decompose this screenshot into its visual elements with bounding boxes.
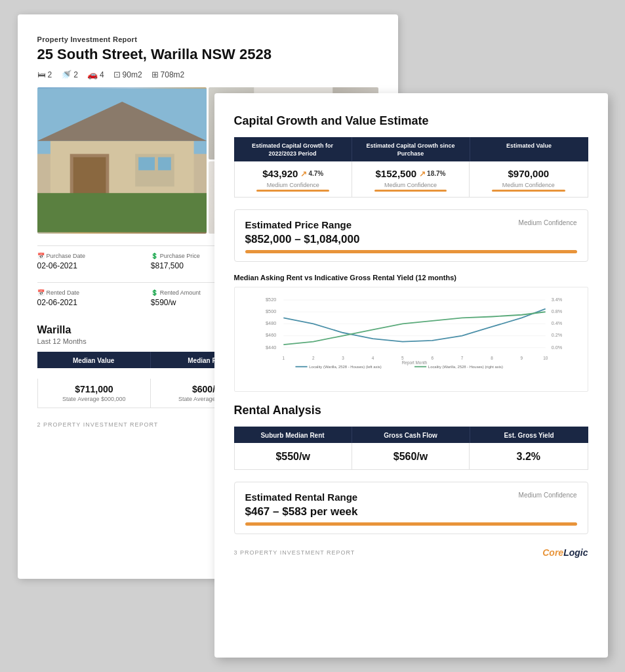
purchase-date-value: 02-06-2021 xyxy=(37,261,146,270)
svg-text:1: 1 xyxy=(282,356,285,360)
dollar-icon: 💲 xyxy=(151,253,158,259)
svg-text:7: 7 xyxy=(460,356,463,360)
chart-svg: $520 $500 $480 $460 $440 3.4% 0.8% 0.4% … xyxy=(261,294,568,371)
confidence-bar-2 xyxy=(492,190,565,192)
svg-text:$500: $500 xyxy=(266,308,276,314)
svg-text:10: 10 xyxy=(543,356,548,360)
svg-text:0.4%: 0.4% xyxy=(551,321,562,327)
confidence-label-0: Medium Confidence xyxy=(241,182,345,188)
svg-text:$440: $440 xyxy=(266,345,276,350)
confidence-0: Medium Confidence xyxy=(241,182,345,192)
bath-icon: 🚿 xyxy=(61,70,71,79)
confidence-bar-1 xyxy=(374,190,447,192)
capital-headers: Estimated Capital Growth for 2022/2023 P… xyxy=(234,137,588,161)
car-icon: 🚗 xyxy=(87,70,98,79)
rental-range-confidence: Medium Confidence xyxy=(519,492,577,499)
price-range-title: Estimated Price Range xyxy=(245,219,352,230)
rental-headers: Suburb Median Rent Gross Cash Flow Est. … xyxy=(234,427,588,443)
baths-item: 🚿 2 xyxy=(61,70,78,79)
rental-header-0: Suburb Median Rent xyxy=(234,427,352,443)
rented-date-value: 02-06-2021 xyxy=(37,298,146,307)
rental-header-1: Gross Cash Flow xyxy=(352,427,470,443)
rental-range-value: $467 – $583 per week xyxy=(245,505,577,518)
cap-amount-1: $152,500 ↗ 18.7% xyxy=(359,168,462,179)
rental-range-title: Estimated Rental Range xyxy=(245,492,358,503)
report-label: Property Investment Report xyxy=(37,35,378,43)
svg-rect-6 xyxy=(138,158,155,171)
capital-section-title: Capital Growth and Value Estimate xyxy=(234,114,588,128)
rental-range-bar xyxy=(245,522,577,526)
cap-header-2: Estimated Value xyxy=(470,137,588,161)
calendar-icon: 📅 xyxy=(37,253,45,259)
address-title: 25 South Street, Warilla NSW 2528 xyxy=(37,46,378,63)
svg-text:5: 5 xyxy=(401,356,404,360)
confidence-bar-0 xyxy=(256,190,329,192)
suburb-median-rent: $550/w xyxy=(241,451,345,463)
rented-calendar-icon: 📅 xyxy=(37,289,45,296)
photo-main xyxy=(37,87,207,234)
est-gross-yield: 3.2% xyxy=(476,451,580,463)
corelogic-logo: CoreLogic xyxy=(542,547,588,558)
price-range-header: Estimated Price Range Medium Confidence xyxy=(245,219,577,230)
svg-text:9: 9 xyxy=(520,356,523,360)
purchase-date-label: 📅 Purchase Date xyxy=(37,253,146,259)
median-value-header: Median Value xyxy=(37,352,151,368)
rental-section-title: Rental Analysis xyxy=(234,404,588,417)
confidence-label-2: Medium Confidence xyxy=(476,182,580,188)
rental-header-2: Est. Gross Yield xyxy=(470,427,588,443)
svg-text:Locality (Warilla, 2528 - Hous: Locality (Warilla, 2528 - Houses) (right… xyxy=(428,366,502,369)
confidence-2: Medium Confidence xyxy=(476,182,580,192)
svg-text:0.8%: 0.8% xyxy=(551,308,562,314)
logo-logic: Logic xyxy=(563,547,588,558)
svg-text:Report Month: Report Month xyxy=(401,360,427,366)
svg-text:2: 2 xyxy=(312,356,314,360)
rented-date-label: 📅 Rented Date xyxy=(37,289,146,296)
rental-val-0: $550/w xyxy=(235,443,352,469)
gross-cash-flow: $560/w xyxy=(359,451,462,463)
bed-icon: 🛏 xyxy=(37,70,46,79)
svg-text:3.4%: 3.4% xyxy=(551,297,562,303)
confidence-1: Medium Confidence xyxy=(359,182,462,192)
svg-text:8: 8 xyxy=(491,356,493,360)
price-range-confidence: Medium Confidence xyxy=(519,219,577,226)
svg-text:0.2%: 0.2% xyxy=(551,333,562,339)
svg-text:4: 4 xyxy=(371,356,374,360)
beds-value: 2 xyxy=(48,70,52,79)
area1-value: 90m2 xyxy=(123,70,142,79)
price-range-box: Estimated Price Range Medium Confidence … xyxy=(234,209,588,262)
beds-item: 🛏 2 xyxy=(37,70,52,79)
chart-section: Median Asking Rent vs Indicative Gross R… xyxy=(234,274,588,392)
purchase-date-col: 📅 Purchase Date 02-06-2021 xyxy=(37,253,151,276)
logo-core: Core xyxy=(542,547,563,558)
cap-val-2: $970,000 Medium Confidence xyxy=(470,161,587,197)
cap-badge-1: ↗ 18.7% xyxy=(419,169,445,178)
cars-item: 🚗 4 xyxy=(87,70,104,79)
cap-header-1: Estimated Capital Growth since Purchase xyxy=(352,137,470,161)
svg-rect-7 xyxy=(157,158,171,171)
cap-badge-0: ↗ 4.7% xyxy=(300,169,323,178)
arrow-up-icon-0: ↗ xyxy=(300,169,307,178)
cars-value: 4 xyxy=(100,70,104,79)
svg-text:Locality (Warilla, 2528 - Hous: Locality (Warilla, 2528 - Houses) (left … xyxy=(309,366,381,369)
cap-amount-2: $970,000 xyxy=(476,168,580,179)
page-front: Capital Growth and Value Estimate Estima… xyxy=(214,93,608,658)
svg-text:3: 3 xyxy=(342,356,344,360)
svg-text:0.0%: 0.0% xyxy=(551,345,562,350)
svg-text:$520: $520 xyxy=(266,297,276,303)
cap-amount-0: $43,920 ↗ 4.7% xyxy=(241,168,345,179)
svg-text:$460: $460 xyxy=(266,333,276,339)
rented-date-col: 📅 Rented Date 02-06-2021 xyxy=(37,289,151,312)
front-footer: 3 PROPERTY INVESTMENT REPORT CoreLogic xyxy=(234,547,588,558)
property-icons: 🛏 2 🚿 2 🚗 4 ⊡ 90m2 ⊞ 708m2 xyxy=(37,70,378,79)
svg-text:$480: $480 xyxy=(266,321,276,327)
rental-range-header: Estimated Rental Range Medium Confidence xyxy=(245,492,577,503)
rental-range-box: Estimated Rental Range Medium Confidence… xyxy=(234,482,588,534)
median-value-cell: $711,000 State Average $000,000 xyxy=(38,379,151,408)
chart-container: $520 $500 $480 $460 $440 3.4% 0.8% 0.4% … xyxy=(234,287,588,392)
area2-value: 708m2 xyxy=(161,70,185,79)
median-value: $711,000 xyxy=(45,384,144,394)
svg-rect-9 xyxy=(37,193,207,232)
front-footer-label: 3 PROPERTY INVESTMENT REPORT xyxy=(234,549,355,556)
chart-title: Median Asking Rent vs Indicative Gross R… xyxy=(234,274,588,282)
price-range-value: $852,000 – $1,084,000 xyxy=(245,233,577,246)
